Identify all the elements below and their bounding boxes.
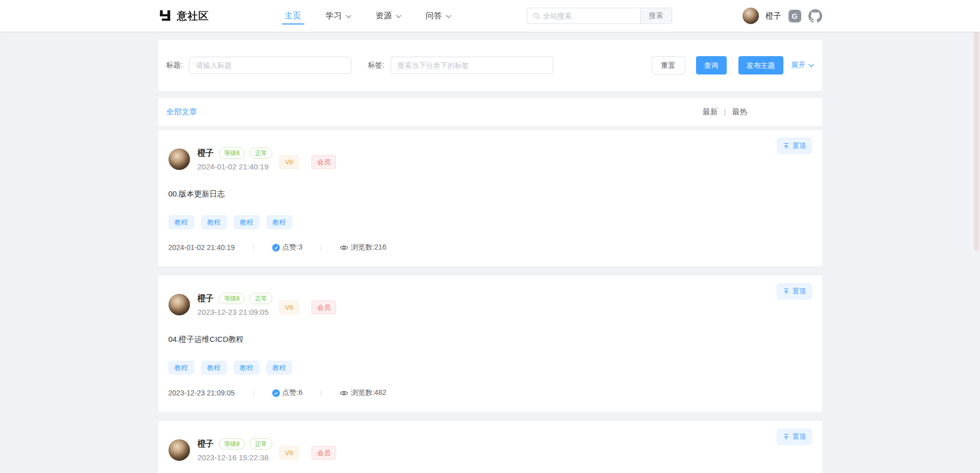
list-header: 全部文章 最新 | 最热 <box>158 98 822 126</box>
author-name[interactable]: 橙子 <box>198 148 214 159</box>
brand-logo-icon <box>158 9 172 23</box>
filter-tag-group: 标签: <box>368 57 553 74</box>
publish-topic-button[interactable]: 发布主题 <box>738 56 783 74</box>
pin-top-icon <box>783 433 790 440</box>
chevron-down-icon <box>396 14 401 19</box>
vip-badge: V8 <box>279 155 299 169</box>
tag[interactable]: 教程 <box>267 361 292 375</box>
nav-qa[interactable]: 问答 <box>426 0 451 32</box>
nav-learn[interactable]: 学习 <box>326 0 351 32</box>
search-button[interactable]: 搜索 <box>640 8 672 24</box>
reset-button[interactable]: 重置 <box>652 56 685 74</box>
username[interactable]: 橙子 <box>766 11 781 21</box>
gitee-icon[interactable]: G <box>788 10 801 22</box>
pin-top-icon <box>783 288 790 295</box>
nav-resources[interactable]: 资源 <box>376 0 401 32</box>
avatar[interactable] <box>169 294 190 315</box>
sort-hottest[interactable]: 最热 <box>732 107 748 117</box>
post-header: 橙子 等级8 正常 2023-12-16 15:22:38 V8 会员 <box>169 438 812 462</box>
vip-badge: V8 <box>279 301 299 314</box>
vip-badges: V8 会员 <box>279 446 336 460</box>
author-block: 橙子 等级8 正常 2024-01-02 21:40:19 <box>198 147 273 171</box>
filter-title-group: 标题: <box>166 57 352 74</box>
pin-to-top-button[interactable]: 置顶 <box>777 138 812 154</box>
post-card: 置顶 橙子 等级8 正常 2023-12-16 15:22:38 V8 会员 <box>158 421 822 473</box>
search-icon <box>533 12 540 20</box>
search-input[interactable] <box>543 8 640 23</box>
tag-filter-input[interactable] <box>391 57 553 74</box>
chevron-down-icon <box>346 14 351 19</box>
tag-filter-label: 标签: <box>368 61 384 70</box>
meta-date: 2024-01-02 21:40:19 <box>169 243 235 252</box>
pin-top-icon <box>783 142 790 150</box>
nav-home[interactable]: 主页 <box>285 0 301 32</box>
avatar[interactable] <box>169 148 190 170</box>
views-stat: 浏览数:216 <box>340 243 386 252</box>
avatar[interactable] <box>743 8 759 24</box>
post-datetime: 2023-12-16 15:22:38 <box>198 453 273 462</box>
like-check-icon <box>272 244 280 252</box>
post-title[interactable]: 04.橙子运维CICD教程 <box>169 335 812 344</box>
chevron-down-icon <box>808 63 814 68</box>
tag[interactable]: 教程 <box>234 215 259 229</box>
filter-actions: 重置 查询 发布主题 展开 <box>652 56 814 74</box>
meta-date: 2023-12-23 21:09:05 <box>169 389 235 397</box>
pin-to-top-button[interactable]: 置顶 <box>777 429 812 445</box>
author-name[interactable]: 橙子 <box>198 293 214 304</box>
sort-separator: | <box>724 108 726 116</box>
status-badge: 正常 <box>250 293 272 304</box>
github-icon[interactable] <box>808 9 822 23</box>
vip-badge: V8 <box>279 446 299 460</box>
member-badge: 会员 <box>312 446 336 460</box>
post-datetime: 2024-01-02 21:40:19 <box>198 162 273 171</box>
member-badge: 会员 <box>312 155 336 169</box>
post-title[interactable]: 00.版本更新日志 <box>169 189 812 199</box>
author-name[interactable]: 橙子 <box>198 439 214 450</box>
meta-divider <box>253 389 254 396</box>
filter-bar: 标题: 标签: 重置 查询 发布主题 展开 <box>158 40 822 91</box>
eye-icon <box>340 243 348 252</box>
author-block: 橙子 等级8 正常 2023-12-16 15:22:38 <box>198 438 273 462</box>
likes-stat: 点赞:3 <box>272 243 303 252</box>
tag[interactable]: 教程 <box>201 215 227 229</box>
expand-toggle[interactable]: 展开 <box>792 61 814 70</box>
eye-icon <box>340 389 348 397</box>
title-filter-label: 标题: <box>166 61 183 70</box>
main-nav: 主页 学习 资源 问答 <box>285 0 451 32</box>
tag[interactable]: 教程 <box>169 361 194 375</box>
level-badge: 等级8 <box>219 293 245 304</box>
query-button[interactable]: 查询 <box>696 56 727 74</box>
tag[interactable]: 教程 <box>201 361 227 375</box>
main-content: 标题: 标签: 重置 查询 发布主题 展开 全部文章 最新 | 最热 置顶 <box>158 40 822 473</box>
tag[interactable]: 教程 <box>234 361 259 375</box>
meta-divider <box>321 244 321 251</box>
title-filter-input[interactable] <box>189 57 351 74</box>
sort-newest[interactable]: 最新 <box>703 107 718 117</box>
post-meta: 2024-01-02 21:40:19 点赞:3 浏览数:216 <box>169 243 812 252</box>
post-header: 橙子 等级8 正常 2023-12-23 21:09:05 V8 会员 <box>169 293 812 316</box>
avatar[interactable] <box>169 439 190 461</box>
tab-all-articles[interactable]: 全部文章 <box>166 107 197 117</box>
meta-divider <box>321 389 321 396</box>
top-navbar: 意社区 主页 学习 资源 问答 <box>0 0 980 32</box>
post-tags: 教程 教程 教程 教程 <box>169 215 812 229</box>
brand-title: 意社区 <box>177 9 209 23</box>
post-card: 置顶 橙子 等级8 正常 2023-12-23 21:09:05 V8 会员 0… <box>158 276 822 412</box>
vip-badges: V8 会员 <box>279 155 336 169</box>
sort-area: 最新 | 最热 <box>703 107 748 117</box>
user-area: 橙子 G <box>743 8 822 24</box>
post-meta: 2023-12-23 21:09:05 点赞:6 浏览数:482 <box>169 388 812 397</box>
post-header: 橙子 等级8 正常 2024-01-02 21:40:19 V8 会员 <box>169 147 812 171</box>
tag[interactable]: 教程 <box>169 215 194 229</box>
status-badge: 正常 <box>250 438 272 450</box>
level-badge: 等级8 <box>219 438 245 450</box>
scrollbar[interactable] <box>974 32 979 251</box>
member-badge: 会员 <box>312 301 336 314</box>
like-check-icon <box>272 389 280 397</box>
tag[interactable]: 教程 <box>267 215 292 229</box>
site-search: 搜索 <box>527 8 672 24</box>
author-block: 橙子 等级8 正常 2023-12-23 21:09:05 <box>198 293 273 316</box>
brand[interactable]: 意社区 <box>158 9 209 23</box>
chevron-down-icon <box>446 14 451 19</box>
pin-to-top-button[interactable]: 置顶 <box>777 283 812 300</box>
